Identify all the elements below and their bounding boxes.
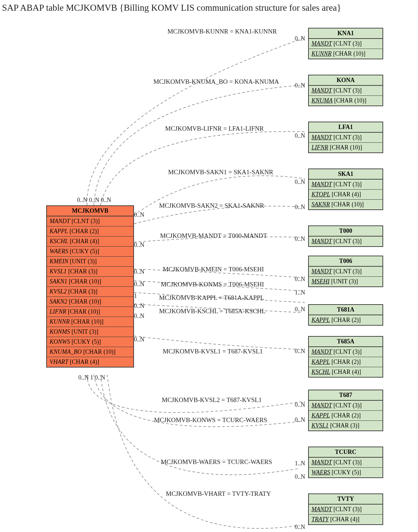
table-field: MSEHI [UNIT (3)] xyxy=(309,277,382,286)
table-t687: T687MANDT [CLNT (3)]KAPPL [CHAR (2)]KVSL… xyxy=(308,390,383,431)
table-tcurc: TCURCMANDT [CLNT (3)]WAERS [CUKY (5)] xyxy=(308,447,383,478)
table-mcjkomvb: MCJKOMVB MANDT [CLNT (3)]KAPPL [CHAR (2)… xyxy=(46,205,134,368)
table-t681a: T681AKAPPL [CHAR (2)] xyxy=(308,304,383,326)
table-field: KONMS [UNIT (3)] xyxy=(47,327,133,337)
table-header: MCJKOMVB xyxy=(47,206,133,216)
table-field: SAKN1 [CHAR (10)] xyxy=(47,277,133,287)
relation-label: MCJKOMVB-MANDT = T000-MANDT xyxy=(160,232,267,240)
cardinality-label: 0..N xyxy=(295,204,305,211)
cardinality-top: 0..N 0..N 0..N xyxy=(77,197,111,204)
table-header: TCURC xyxy=(309,447,382,458)
er-diagram: MCJKOMVB MANDT [CLNT (3)]KAPPL [CHAR (2)… xyxy=(0,14,418,532)
table-t000: T000MANDT [CLNT (3)] xyxy=(308,225,383,247)
table-field: MANDT [CLNT (3)] xyxy=(309,133,382,143)
table-field: KUNNR [CHAR (10)] xyxy=(47,317,133,327)
table-header: KONA xyxy=(309,75,382,86)
table-field: MANDT [CLNT (3)] xyxy=(309,237,382,246)
table-header: LFA1 xyxy=(309,122,382,133)
table-field: LIFNR [CHAR (10)] xyxy=(309,143,382,152)
table-field: VHART [CHAR (4)] xyxy=(47,357,133,367)
table-field: KAPPL [CHAR (2)] xyxy=(309,357,382,367)
table-field: KAPPL [CHAR (2)] xyxy=(309,411,382,421)
cardinality-label: 1..N xyxy=(295,460,305,467)
page-title: SAP ABAP table MCJKOMVB {Billing KOMV LI… xyxy=(0,0,418,14)
relation-label: MCJKOMVB-SAKN1 = SKA1-SAKNR xyxy=(168,169,273,176)
cardinality-label: 0..N xyxy=(295,416,305,423)
relation-label: MCJKOMVB-KNUMA_BO = KONA-KNUMA xyxy=(153,78,279,85)
table-field: TRATY [CHAR (4)] xyxy=(309,515,382,524)
table-field: KAPPL [CHAR (2)] xyxy=(309,315,382,325)
table-field: KVSL1 [CHAR (3)] xyxy=(47,267,133,277)
table-field: MANDT [CLNT (3)] xyxy=(309,86,382,96)
table-field: KSCHL [CHAR (4)] xyxy=(47,237,133,247)
cardinality-label: 0..N xyxy=(295,306,305,313)
cardinality-bottom: 0..N 1 0..N xyxy=(78,374,105,381)
table-field: MANDT [CLNT (3)] xyxy=(309,347,382,357)
table-header: T687 xyxy=(309,390,382,401)
relation-label: MCJKOMVB-KAPPL = T681A-KAPPL xyxy=(159,294,264,302)
relation-label: MCJKOMVB-VHART = TVTY-TRATY xyxy=(166,490,271,497)
table-field: MANDT [CLNT (3)] xyxy=(309,505,382,515)
table-field: SAKNR [CHAR (10)] xyxy=(309,200,382,209)
table-field: MANDT [CLNT (3)] xyxy=(309,39,382,49)
table-field: LIFNR [CHAR (10)] xyxy=(47,307,133,317)
cardinality-label: 0..N xyxy=(134,242,144,249)
cardinality-label: 0..N xyxy=(295,473,305,480)
relation-label: MCJKOMVB-KONMS = T006-MSEHI xyxy=(161,281,264,288)
table-tvty: TVTYMANDT [CLNT (3)]TRATY [CHAR (4)] xyxy=(308,493,383,525)
relation-label: MCJKOMVB-SAKN2 = SKA1-SAKNR xyxy=(159,202,264,209)
table-field: KUNNR [CHAR (10)] xyxy=(309,49,382,59)
cardinality-label: 0..N xyxy=(134,303,144,310)
table-field: KNUMA_BO [CHAR (10)] xyxy=(47,347,133,357)
cardinality-label: 0..N xyxy=(134,336,144,343)
relation-label: MCJKOMVB-KSCHL = T685A-KSCHL xyxy=(159,308,266,315)
cardinality-label: 1 xyxy=(134,292,137,300)
table-field: WAERS [CUKY (5)] xyxy=(309,468,382,477)
relation-label: MCJKOMVB-KVSL1 = T687-KVSL1 xyxy=(163,348,263,355)
table-field: KNUMA [CHAR (10)] xyxy=(309,96,382,106)
relation-label: MCJKOMVB-WAERS = TCURC-WAERS xyxy=(161,458,272,466)
table-header: SKA1 xyxy=(309,169,382,180)
table-header: KNA1 xyxy=(309,28,382,39)
table-field: KONWS [CUKY (5)] xyxy=(47,337,133,347)
table-field: SAKN2 [CHAR (10)] xyxy=(47,297,133,307)
cardinality-label: 0..N xyxy=(295,401,305,408)
table-header: T681A xyxy=(309,305,382,315)
relation-label: MCJKOMVB-LIFNR = LFA1-LIFNR xyxy=(165,125,264,132)
cardinality-label: 0..N xyxy=(295,276,305,283)
cardinality-label: 0..N xyxy=(134,268,144,275)
table-t685a: T685AMANDT [CLNT (3)]KAPPL [CHAR (2)]KSC… xyxy=(308,336,383,378)
table-header: TVTY xyxy=(309,494,382,505)
table-ska1: SKA1MANDT [CLNT (3)]KTOPL [CHAR (4)]SAKN… xyxy=(308,169,383,210)
cardinality-label: 0..N xyxy=(295,82,305,89)
table-header: T685A xyxy=(309,337,382,347)
cardinality-label: 1..N xyxy=(295,289,305,296)
relation-label: MCJKOMVB-KUNNR = KNA1-KUNNR xyxy=(167,28,277,35)
table-field: KVSL2 [CHAR (3)] xyxy=(47,287,133,297)
relation-label: MCJKOMVB-KMEIN = T006-MSEHI xyxy=(163,266,264,273)
table-field: KVSL1 [CHAR (3)] xyxy=(309,421,382,430)
table-t006: T006MANDT [CLNT (3)]MSEHI [UNIT (3)] xyxy=(308,256,383,287)
table-field: MANDT [CLNT (3)] xyxy=(309,401,382,411)
cardinality-label: 0..N xyxy=(134,281,144,288)
table-field: KMEIN [UNIT (3)] xyxy=(47,257,133,267)
cardinality-label: 0..N xyxy=(295,132,305,139)
cardinality-label: 0..N xyxy=(134,211,144,218)
table-kona: KONAMANDT [CLNT (3)]KNUMA [CHAR (10)] xyxy=(308,75,383,106)
table-field: MANDT [CLNT (3)] xyxy=(309,180,382,190)
table-header: T006 xyxy=(309,256,382,267)
table-field: KTOPL [CHAR (4)] xyxy=(309,190,382,200)
relation-label: MCJKOMVB-KVSL2 = T687-KVSL1 xyxy=(162,396,262,404)
cardinality-label: 0..N xyxy=(295,524,305,531)
table-lfa1: LFA1MANDT [CLNT (3)]LIFNR [CHAR (10)] xyxy=(308,122,383,153)
table-field: MANDT [CLNT (3)] xyxy=(47,216,133,226)
table-kna1: KNA1MANDT [CLNT (3)]KUNNR [CHAR (10)] xyxy=(308,28,383,59)
table-header: T000 xyxy=(309,226,382,237)
cardinality-label: 0..N xyxy=(295,179,305,186)
table-field: KAPPL [CHAR (2)] xyxy=(47,226,133,237)
table-field: WAERS [CUKY (5)] xyxy=(47,247,133,257)
table-field: KSCHL [CHAR (4)] xyxy=(309,367,382,377)
table-field: MANDT [CLNT (3)] xyxy=(309,458,382,468)
cardinality-label: 0..N xyxy=(134,313,144,320)
relation-label: MCJKOMVB-KONWS = TCURC-WAERS xyxy=(154,416,267,424)
